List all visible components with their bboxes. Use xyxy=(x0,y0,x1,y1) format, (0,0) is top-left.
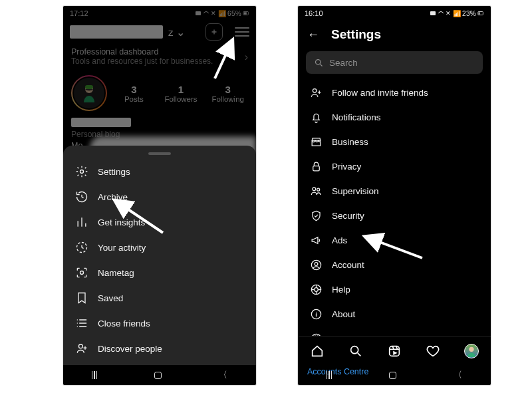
activity-icon xyxy=(75,241,88,254)
sheet-item-activity[interactable]: Your activity xyxy=(63,235,256,260)
sheet-item-close-friends[interactable]: Close friends xyxy=(63,311,256,336)
android-navbar: 〈 xyxy=(63,365,256,385)
recent-apps-button[interactable] xyxy=(92,371,98,379)
search-input[interactable]: Search xyxy=(306,51,483,74)
sheet-item-insights[interactable]: Get insights xyxy=(63,209,256,235)
supervision-icon xyxy=(310,185,323,198)
svg-rect-14 xyxy=(313,166,320,171)
sheet-item-settings[interactable]: Settings xyxy=(63,159,256,184)
android-navbar: 〈 xyxy=(298,365,491,385)
settings-item-privacy[interactable]: Privacy xyxy=(301,154,488,179)
username-tail: z xyxy=(168,27,174,38)
settings-label: Account xyxy=(332,260,364,270)
svg-point-7 xyxy=(80,271,84,275)
home-button[interactable] xyxy=(389,372,396,379)
status-icons: ✕ 📶 23% xyxy=(430,10,484,17)
insights-icon xyxy=(75,215,88,229)
settings-label: Business xyxy=(332,137,368,147)
heart-icon[interactable] xyxy=(426,344,440,358)
nametag-icon xyxy=(75,266,88,279)
sheet-label: Close friends xyxy=(98,319,150,329)
svg-point-12 xyxy=(316,59,321,65)
dashboard-title: Professional dashboard xyxy=(71,47,245,57)
sheet-label: Discover people xyxy=(98,344,162,354)
settings-label: Privacy xyxy=(332,162,361,172)
profile-stats: 3 Posts 1 Followers 3 Following xyxy=(63,72,256,114)
settings-item-help[interactable]: Help xyxy=(301,277,488,302)
settings-item-notifications[interactable]: Notifications xyxy=(301,105,488,130)
back-arrow-icon[interactable]: ← xyxy=(307,28,319,42)
megaphone-icon xyxy=(310,234,323,247)
settings-item-ads[interactable]: Ads xyxy=(301,228,488,253)
sheet-label: Get insights xyxy=(98,217,145,227)
username-redacted xyxy=(70,25,163,39)
settings-item-business[interactable]: Business xyxy=(301,130,488,154)
sheet-handle[interactable] xyxy=(148,152,171,155)
svg-point-25 xyxy=(351,346,358,353)
home-icon[interactable] xyxy=(310,344,325,358)
phone-right: 16:10 ✕ 📶 23% ← Settings Search Follow a… xyxy=(298,6,491,385)
search-icon[interactable] xyxy=(348,344,363,358)
page-title: Settings xyxy=(331,27,381,42)
svg-point-20 xyxy=(315,288,319,292)
bell-icon xyxy=(310,111,323,124)
back-button[interactable]: 〈 xyxy=(454,369,462,381)
settings-list: Follow and invite friends Notifications … xyxy=(298,80,491,351)
svg-point-13 xyxy=(313,89,317,93)
stat-posts[interactable]: 3 Posts xyxy=(114,84,154,103)
sheet-label: Your activity xyxy=(98,243,146,253)
stat-followers[interactable]: 1 Followers xyxy=(161,84,201,103)
bookmark-icon xyxy=(75,291,88,305)
reels-icon[interactable] xyxy=(387,344,402,358)
settings-label: Ads xyxy=(332,235,347,245)
settings-label: Follow and invite friends xyxy=(332,88,428,98)
settings-item-follow-invite[interactable]: Follow and invite friends xyxy=(301,80,488,105)
settings-label: About xyxy=(332,309,355,319)
sheet-item-saved[interactable]: Saved xyxy=(63,285,256,311)
create-button[interactable] xyxy=(205,23,223,41)
settings-label: Help xyxy=(332,285,350,295)
account-icon xyxy=(310,259,323,271)
svg-point-27 xyxy=(469,346,473,351)
back-button[interactable]: 〈 xyxy=(219,369,227,381)
svg-point-16 xyxy=(317,188,320,191)
settings-label: Notifications xyxy=(332,112,381,122)
clock: 17:12 xyxy=(70,9,88,17)
professional-dashboard[interactable]: Professional dashboard Tools and resourc… xyxy=(63,45,256,72)
search-placeholder: Search xyxy=(329,58,358,68)
sheet-item-discover[interactable]: Discover people xyxy=(63,336,256,361)
settings-label: Security xyxy=(332,211,364,221)
archive-icon xyxy=(75,190,88,203)
hamburger-menu-button[interactable] xyxy=(235,25,249,39)
svg-point-18 xyxy=(315,263,318,266)
chevron-down-icon[interactable]: ⌄ xyxy=(176,26,185,39)
svg-point-15 xyxy=(313,188,316,191)
list-icon xyxy=(75,317,88,330)
sheet-item-nametag[interactable]: Nametag xyxy=(63,260,256,285)
avatar[interactable] xyxy=(71,75,107,111)
stat-following[interactable]: 3 Following xyxy=(207,84,248,103)
menu-sheet: Settings Archive Get insights Your activ… xyxy=(63,146,256,365)
sheet-item-archive[interactable]: Archive xyxy=(63,184,256,209)
svg-rect-11 xyxy=(479,12,480,14)
status-bar: 16:10 ✕ 📶 23% xyxy=(298,6,491,21)
home-button[interactable] xyxy=(154,372,162,379)
profile-tab[interactable] xyxy=(464,344,479,358)
settings-item-supervision[interactable]: Supervision xyxy=(301,179,488,203)
svg-rect-4 xyxy=(85,85,93,89)
settings-item-security[interactable]: Security xyxy=(301,203,488,228)
settings-item-account[interactable]: Account xyxy=(301,253,488,277)
sheet-label: Archive xyxy=(98,192,128,202)
status-bar: 17:12 ✕ 📶 65% xyxy=(63,6,256,21)
sheet-label: Settings xyxy=(98,167,130,177)
recent-apps-button[interactable] xyxy=(327,371,332,379)
settings-item-about[interactable]: About xyxy=(301,302,488,327)
person-plus-icon xyxy=(310,86,323,99)
app-tabbar xyxy=(298,336,491,365)
storefront-icon xyxy=(310,136,323,148)
svg-point-8 xyxy=(78,344,82,348)
name-redacted xyxy=(71,118,131,127)
help-icon xyxy=(310,283,323,296)
svg-rect-9 xyxy=(430,11,436,15)
clock: 16:10 xyxy=(305,9,323,17)
